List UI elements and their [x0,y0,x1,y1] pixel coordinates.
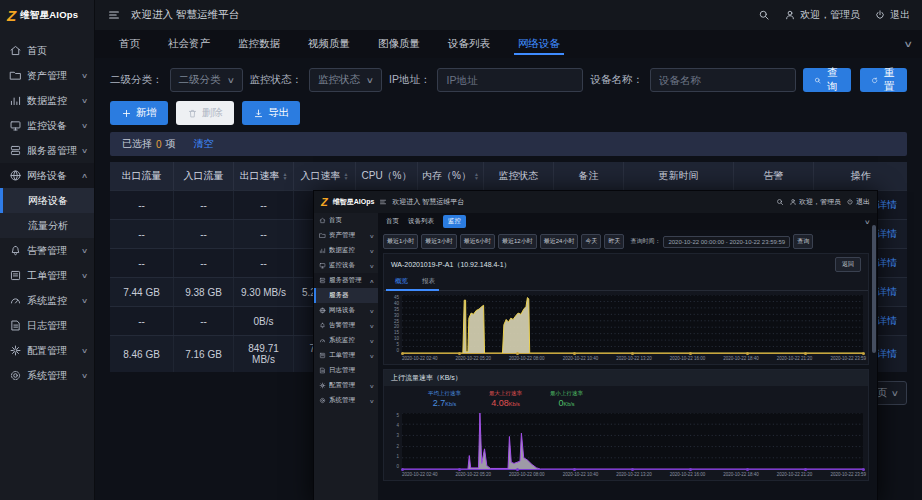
time-range-button-昨天[interactable]: 昨天 [604,234,624,249]
sidebar-item-工单管理[interactable]: 工单管理∨ [0,263,94,288]
collapse-menu-icon[interactable] [107,8,121,22]
sidebar-item-首页[interactable]: 首页 [0,38,94,63]
back-button[interactable]: 返回 [835,257,861,272]
device-name-input[interactable] [650,68,796,92]
tab-视频质量[interactable]: 视频质量 [294,30,364,58]
sidebar-item-系统监控[interactable]: 系统监控∨ [314,333,378,348]
row-detail-link[interactable]: 详情 [877,256,897,270]
welcome-text: 欢迎进入 智慧运维平台 [131,8,239,22]
row-detail-link[interactable]: 详情 [877,347,897,361]
chart-tab-报表[interactable]: 报表 [421,275,436,290]
popup-content: 最近1小时最近3小时最近6小时最近12小时最近24小时今天昨天查询时间：2020… [378,230,877,500]
column-header-出口速率[interactable]: 出口速率▲▼ [234,162,294,190]
sort-icon[interactable]: ▲▼ [344,172,349,180]
chart-tab-概览[interactable]: 概览 [394,275,409,290]
time-range-button-最近24小时[interactable]: 最近24小时 [540,234,579,249]
search-button[interactable]: 查询 [803,68,851,92]
sidebar-item-告警管理[interactable]: 告警管理∨ [0,238,94,263]
sidebar-item-label: 资产管理 [27,69,82,83]
time-range-button-最近12小时[interactable]: 最近12小时 [498,234,537,249]
popup-logo-text: 维智星AIOps [333,197,375,207]
sidebar-item-数据监控[interactable]: 数据监控∨ [0,88,94,113]
tab-社会资产[interactable]: 社会资产 [154,30,224,58]
column-header-入口速率[interactable]: 入口速率▲▼ [294,162,356,190]
time-range-button-最近6小时[interactable]: 最近6小时 [460,234,495,249]
popup-tab-设备列表[interactable]: 设备列表 [408,217,434,226]
search-icon[interactable] [758,9,770,21]
row-detail-link[interactable]: 详情 [877,198,897,212]
sidebar-item-系统管理[interactable]: 系统管理∨ [0,363,94,388]
search-icon [814,75,821,86]
popup-tab-监控[interactable]: 监控 [443,215,466,228]
tabs-overflow-chevron-icon[interactable]: ∨ [904,39,914,49]
sidebar-item-网络设备[interactable]: 网络设备∨ [314,303,378,318]
sidebar-item-资产管理[interactable]: 资产管理∨ [314,228,378,243]
tab-监控数据[interactable]: 监控数据 [224,30,294,58]
sidebar-item-系统监控[interactable]: 系统监控∨ [0,288,94,313]
user-menu[interactable]: 欢迎，管理员 [784,8,860,22]
clear-selection-link[interactable]: 清空 [194,137,214,151]
tab-图像质量[interactable]: 图像质量 [364,30,434,58]
sidebar-subitem-服务器[interactable]: 服务器 [314,288,378,303]
chevron-down-icon: ∨ [81,347,88,355]
chevron-down-icon: ∨ [81,147,88,155]
table-cell: -- [234,220,294,248]
sidebar-item-首页[interactable]: 首页 [314,213,378,228]
popup-query-button[interactable]: 查询 [793,234,813,249]
tab-首页[interactable]: 首页 [105,30,154,58]
sidebar-item-配置管理[interactable]: 配置管理∨ [0,338,94,363]
x-tick-label: 2020-10-22 10:40 [563,356,599,361]
popup-logout-button[interactable]: 退出 [846,197,870,207]
sidebar-item-配置管理[interactable]: 配置管理∨ [314,378,378,393]
row-detail-link[interactable]: 详情 [877,314,897,328]
row-detail-link[interactable]: 详情 [877,285,897,299]
popup-collapse-menu-icon[interactable] [379,198,387,206]
category-select[interactable]: 二级分类 ∨ [170,68,243,92]
popup-user-menu[interactable]: 欢迎，管理员 [789,197,841,207]
column-label: 更新时间 [659,169,699,183]
column-header-备注: 备注 [554,162,624,190]
reset-button[interactable]: 重置 [860,68,908,92]
export-button[interactable]: 导出 [242,101,300,125]
tab-设备列表[interactable]: 设备列表 [434,30,504,58]
home-icon [319,217,326,224]
sort-icon[interactable]: ▲▼ [283,172,288,180]
column-header-内存（%）[interactable]: 内存（%）▲▼ [418,162,484,190]
sidebar-item-数据监控[interactable]: 数据监控∨ [314,243,378,258]
popup-scrollbar-thumb[interactable] [872,225,876,353]
sidebar-item-工单管理[interactable]: 工单管理∨ [314,348,378,363]
tab-网络设备[interactable]: 网络设备 [504,30,574,58]
sidebar-item-告警管理[interactable]: 告警管理∨ [314,318,378,333]
popup-search-icon[interactable] [776,198,784,206]
table-cell: -- [174,191,234,219]
time-range-button-最近3小时[interactable]: 最近3小时 [421,234,456,249]
sidebar-item-服务器管理[interactable]: 服务器管理∨ [0,138,94,163]
sidebar-item-服务器管理[interactable]: 服务器管理∧ [314,273,378,288]
sidebar-subitem-流量分析[interactable]: 流量分析 [0,213,94,238]
sidebar-item-监控设备[interactable]: 监控设备∨ [0,113,94,138]
sidebar-item-资产管理[interactable]: 资产管理∨ [0,63,94,88]
logout-button[interactable]: 退出 [874,8,910,22]
delete-button[interactable]: 删除 [176,101,234,125]
sidebar-item-日志管理[interactable]: 日志管理 [314,363,378,378]
sort-icon[interactable]: ▲▼ [474,172,479,180]
query-time-range[interactable]: 2020-10-22 00:00:00 - 2020-10-22 23:59:5… [663,236,790,248]
sidebar-subitem-网络设备[interactable]: 网络设备 [0,188,94,213]
popup-tab-首页[interactable]: 首页 [386,217,399,226]
chart-y-axis: 543210 [387,413,402,469]
row-detail-link[interactable]: 详情 [877,227,897,241]
status-select[interactable]: 监控状态 ∨ [309,68,382,92]
sidebar-item-监控设备[interactable]: 监控设备∨ [314,258,378,273]
popup-tabs-overflow-chevron-icon[interactable]: ∨ [863,218,870,225]
y-tick-label: 2 [396,444,399,449]
ip-input[interactable] [437,68,583,92]
time-range-button-最近1小时[interactable]: 最近1小时 [383,234,418,249]
sidebar-item-网络设备[interactable]: 网络设备∧ [0,163,94,188]
y-tick-label: 30 [394,313,399,318]
chevron-down-icon: ∨ [366,76,374,85]
time-range-button-今天[interactable]: 今天 [581,234,601,249]
sidebar-item-系统管理[interactable]: 系统管理∨ [314,393,378,408]
sidebar-item-日志管理[interactable]: 日志管理 [0,313,94,338]
add-button[interactable]: 新增 [110,101,168,125]
status-label: 监控状态： [250,73,303,87]
